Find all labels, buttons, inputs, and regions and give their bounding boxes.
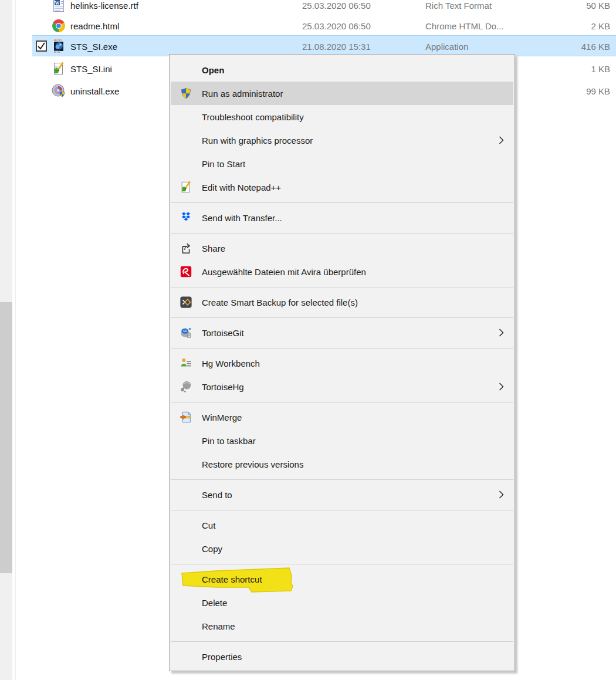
file-type: Chrome HTML Do... <box>425 21 504 31</box>
menu-item-edit-with-notepadpp[interactable]: Edit with Notepad++ <box>170 175 515 199</box>
menu-item-tortoisegit[interactable]: Git TortoiseGit <box>170 321 515 344</box>
uninstaller-icon <box>52 84 66 98</box>
file-name: uninstall.exe <box>70 86 119 96</box>
menu-item-restore-previous-versions[interactable]: Restore previous versions <box>170 452 515 476</box>
hg-workbench-icon <box>179 356 193 370</box>
share-icon <box>179 241 193 255</box>
avira-icon <box>179 265 193 279</box>
chevron-right-icon <box>499 136 504 144</box>
menu-item-pin-to-start[interactable]: Pin to Start <box>170 152 515 175</box>
menu-item-copy[interactable]: Copy <box>170 537 515 560</box>
menu-item-tortoisehg[interactable]: TortoiseHg <box>170 375 515 398</box>
menu-item-run-with-graphics-processor[interactable]: Run with graphics processor <box>170 128 515 152</box>
file-size: 50 KB <box>586 1 610 11</box>
menu-item-send-with-transfer[interactable]: Send with Transfer... <box>170 206 515 229</box>
menu-item-hg-workbench[interactable]: Hg Workbench <box>170 351 515 375</box>
file-type: Application <box>425 41 468 51</box>
rtf-document-icon: W <box>52 0 66 12</box>
file-name: STS_SI.ini <box>70 64 112 74</box>
menu-separator <box>170 638 515 645</box>
tortoisehg-icon <box>179 380 193 394</box>
menu-item-create-shortcut[interactable]: Create shortcut <box>170 567 515 591</box>
svg-text:STS: STS <box>54 50 60 53</box>
svg-text:Git: Git <box>183 329 187 333</box>
tortoisegit-icon: Git <box>179 326 193 340</box>
file-date: 25.03.2020 06:50 <box>302 1 371 11</box>
menu-item-delete[interactable]: Delete <box>170 591 515 614</box>
file-name: helinks-license.rtf <box>70 1 138 11</box>
file-size: 1 KB <box>591 64 610 74</box>
menu-item-avira-scan[interactable]: Ausgewählte Dateien mit Avira überprüfen <box>170 260 515 283</box>
menu-separator <box>170 398 515 405</box>
menu-item-share[interactable]: Share <box>170 236 515 260</box>
menu-item-winmerge[interactable]: WinMerge <box>170 405 515 429</box>
menu-item-run-as-administrator[interactable]: Run as administrator <box>171 82 513 105</box>
menu-separator <box>170 344 515 351</box>
menu-separator <box>170 229 515 236</box>
menu-item-create-smart-backup[interactable]: Create Smart Backup for selected file(s) <box>170 290 515 314</box>
menu-item-rename[interactable]: Rename <box>170 614 515 638</box>
left-scrollbar-thumb[interactable] <box>0 302 12 573</box>
menu-separator <box>170 506 515 513</box>
file-row[interactable]: readme.html 25.03.2020 06:50 Chrome HTML… <box>16 15 616 37</box>
svg-text:HELINKS: HELINKS <box>54 39 62 42</box>
file-size: 416 KB <box>581 41 610 51</box>
sts-app-icon: HELINKS STS <box>52 39 66 53</box>
file-size: 99 KB <box>586 86 610 96</box>
smart-backup-icon <box>179 295 193 309</box>
file-date: 21.08.2020 15:31 <box>302 41 371 51</box>
chevron-right-icon <box>499 490 504 499</box>
menu-separator <box>170 560 515 567</box>
svg-text:W: W <box>55 1 60 6</box>
menu-separator <box>170 199 515 206</box>
menu-item-pin-to-taskbar[interactable]: Pin to taskbar <box>170 429 515 452</box>
left-scrollbar-track[interactable] <box>0 0 12 680</box>
notepadpp-icon <box>179 180 193 194</box>
chevron-right-icon <box>499 329 504 337</box>
file-type: Rich Text Format <box>425 1 492 11</box>
uac-shield-icon <box>179 86 193 100</box>
chevron-right-icon <box>499 383 504 391</box>
winmerge-icon <box>179 410 193 424</box>
file-name: STS_SI.exe <box>70 41 117 51</box>
file-name: readme.html <box>70 21 119 31</box>
menu-separator <box>170 314 515 321</box>
file-row[interactable]: W helinks-license.rtf 25.03.2020 06:50 R… <box>16 0 616 16</box>
chrome-icon <box>52 19 66 33</box>
context-menu: Open Run as administrator Troubleshoot c… <box>169 54 515 671</box>
menu-item-cut[interactable]: Cut <box>170 513 515 537</box>
menu-item-open[interactable]: Open <box>170 58 515 82</box>
file-size: 2 KB <box>591 21 610 31</box>
menu-item-properties[interactable]: Properties <box>170 645 515 668</box>
menu-item-send-to[interactable]: Send to <box>170 483 515 506</box>
notepadpp-icon <box>52 62 66 76</box>
dropbox-icon <box>179 211 193 225</box>
menu-item-troubleshoot-compatibility[interactable]: Troubleshoot compatibility <box>170 105 515 128</box>
menu-separator <box>170 476 515 483</box>
file-date: 25.03.2020 06:50 <box>302 21 371 31</box>
row-checkbox[interactable] <box>36 40 47 52</box>
menu-separator <box>170 283 515 290</box>
